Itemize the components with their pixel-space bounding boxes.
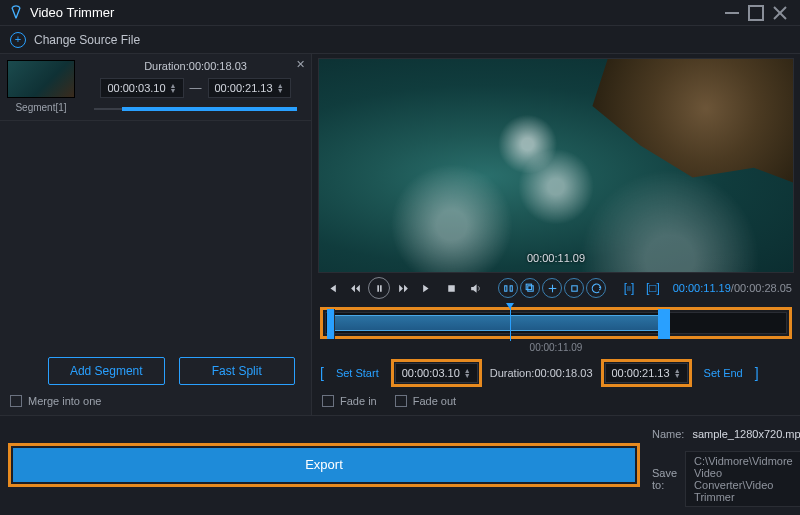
spinner-icon[interactable]: ▲▼ <box>674 368 681 378</box>
trim-duration-label: Duration:00:00:18.03 <box>488 367 595 379</box>
preview-overlay-time: 00:00:11.09 <box>527 252 585 264</box>
export-highlight: Export <box>8 443 640 487</box>
segment-end-input[interactable]: 00:00:21.13 ▲▼ <box>208 78 291 98</box>
segment-duration-label: Duration:00:00:18.03 <box>86 60 305 72</box>
svg-rect-8 <box>510 285 512 290</box>
start-time-highlight: 00:00:03.10 ▲▼ <box>391 359 482 387</box>
change-source-bar[interactable]: + Change Source File <box>0 26 800 54</box>
tool-cut-button[interactable] <box>498 278 518 298</box>
step-forward-button[interactable] <box>392 277 414 299</box>
segments-panel: Segment[1] ✕ Duration:00:00:18.03 00:00:… <box>0 54 312 415</box>
step-back-button[interactable] <box>344 277 366 299</box>
app-window: Video Trimmer + Change Source File Segme… <box>0 0 800 515</box>
bracket-out-button[interactable]: [□] <box>642 277 664 299</box>
change-source-label: Change Source File <box>34 33 140 47</box>
svg-rect-7 <box>504 285 506 290</box>
total-time: 00:00:28.05 <box>734 282 792 294</box>
segment-actions: Add Segment Fast Split <box>0 347 311 395</box>
add-segment-button[interactable]: Add Segment <box>48 357 165 385</box>
name-output-row: Name: sample_1280x720.mp4 Output: Auto;2… <box>652 422 792 445</box>
svg-rect-4 <box>377 285 379 292</box>
segment-mini-track[interactable] <box>94 108 297 110</box>
spinner-icon[interactable]: ▲▼ <box>464 368 471 378</box>
tool-undo-button[interactable] <box>586 278 606 298</box>
segment-time-pair: 00:00:03.10 ▲▼ — 00:00:21.13 ▲▼ <box>86 78 305 98</box>
close-button[interactable] <box>768 5 792 21</box>
file-name: sample_1280x720.mp4 <box>692 428 800 440</box>
merge-checkbox[interactable] <box>10 395 22 407</box>
set-start-button[interactable]: Set Start <box>330 367 385 379</box>
trim-row: [ Set Start 00:00:03.10 ▲▼ Duration:00:0… <box>320 359 792 387</box>
svg-rect-9 <box>527 285 532 290</box>
segment-start-input[interactable]: 00:00:03.10 ▲▼ <box>100 78 183 98</box>
end-time-highlight: 00:00:21.13 ▲▼ <box>601 359 692 387</box>
trim-start-value: 00:00:03.10 <box>402 367 460 379</box>
play-pause-button[interactable] <box>368 277 390 299</box>
trim-end-input[interactable]: 00:00:21.13 ▲▼ <box>605 363 688 383</box>
timeline-overlay-time: 00:00:11.09 <box>318 342 794 353</box>
next-segment-button[interactable] <box>416 277 438 299</box>
trim-handle-left[interactable] <box>327 309 335 339</box>
remove-segment-button[interactable]: ✕ <box>296 58 305 71</box>
trim-handle-right[interactable] <box>658 309 670 339</box>
tool-crop-button[interactable] <box>564 278 584 298</box>
timeline-highlight <box>320 307 792 339</box>
fade-out-label: Fade out <box>413 395 456 407</box>
preview-panel: 00:00:11.09 [II] [□] <box>312 54 800 415</box>
plus-circle-icon: + <box>10 32 26 48</box>
name-label: Name: <box>652 428 684 440</box>
prev-segment-button[interactable] <box>320 277 342 299</box>
save-path: C:\Vidmore\Vidmore Video Converter\Video… <box>685 451 800 507</box>
svg-rect-10 <box>526 284 531 289</box>
bracket-open-icon: [ <box>320 365 324 381</box>
tool-add-button[interactable] <box>542 278 562 298</box>
spinner-icon[interactable]: ▲▼ <box>277 83 284 93</box>
svg-rect-5 <box>380 285 382 292</box>
volume-button[interactable] <box>464 277 486 299</box>
fade-row: Fade in Fade out <box>318 387 794 415</box>
segment-thumb-col: Segment[1] <box>0 54 80 120</box>
fast-split-button[interactable]: Fast Split <box>179 357 296 385</box>
range-dash: — <box>190 81 202 95</box>
app-title: Video Trimmer <box>30 5 720 20</box>
timeline[interactable] <box>325 312 787 334</box>
playhead[interactable] <box>510 307 511 341</box>
merge-row: Merge into one <box>0 395 311 415</box>
segment-end-value: 00:00:21.13 <box>215 82 273 94</box>
trim-end-value: 00:00:21.13 <box>612 367 670 379</box>
save-row: Save to: C:\Vidmore\Vidmore Video Conver… <box>652 451 792 507</box>
bracket-in-button[interactable]: [II] <box>618 277 640 299</box>
fade-out-checkbox[interactable] <box>395 395 407 407</box>
video-preview[interactable]: 00:00:11.09 <box>318 58 794 273</box>
tool-copy-button[interactable] <box>520 278 540 298</box>
segment-start-value: 00:00:03.10 <box>107 82 165 94</box>
export-button[interactable]: Export <box>13 448 635 482</box>
segment-name: Segment[1] <box>15 102 66 113</box>
export-wrap: Export <box>8 422 640 507</box>
svg-rect-1 <box>749 6 763 20</box>
timecode: 00:00:11.19/00:00:28.05 <box>673 282 792 294</box>
app-logo-icon <box>8 5 24 21</box>
save-label: Save to: <box>652 467 677 491</box>
segment-list: Segment[1] ✕ Duration:00:00:18.03 00:00:… <box>0 54 311 347</box>
minimize-button[interactable] <box>720 5 744 21</box>
stop-button[interactable] <box>440 277 462 299</box>
preview-frame: 00:00:11.09 <box>319 59 793 272</box>
fade-in-label: Fade in <box>340 395 377 407</box>
svg-rect-6 <box>448 285 455 292</box>
playback-controls: [II] [□] 00:00:11.19/00:00:28.05 <box>318 273 794 303</box>
bracket-close-icon: ] <box>755 365 759 381</box>
set-end-button[interactable]: Set End <box>698 367 749 379</box>
fade-in-checkbox[interactable] <box>322 395 334 407</box>
trim-start-input[interactable]: 00:00:03.10 ▲▼ <box>395 363 478 383</box>
spinner-icon[interactable]: ▲▼ <box>170 83 177 93</box>
maximize-button[interactable] <box>744 5 768 21</box>
svg-rect-13 <box>571 285 576 290</box>
segment-row[interactable]: Segment[1] ✕ Duration:00:00:18.03 00:00:… <box>0 54 311 121</box>
segment-props: ✕ Duration:00:00:18.03 00:00:03.10 ▲▼ — … <box>80 54 311 120</box>
current-time: 00:00:11.19 <box>673 282 731 294</box>
segment-thumbnail <box>7 60 75 98</box>
merge-label: Merge into one <box>28 395 101 407</box>
main-area: Segment[1] ✕ Duration:00:00:18.03 00:00:… <box>0 54 800 415</box>
titlebar: Video Trimmer <box>0 0 800 26</box>
